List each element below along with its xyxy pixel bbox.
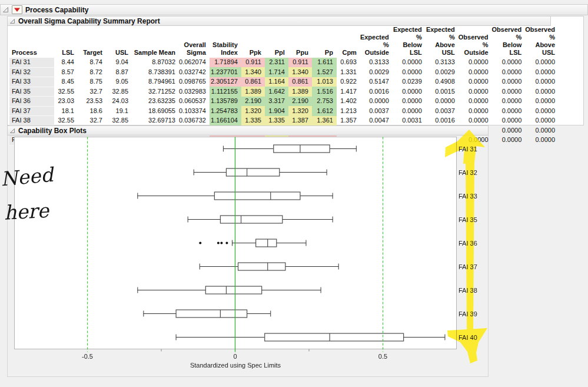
disclosure-triangle-icon[interactable] (9, 18, 15, 24)
value-cell: 1.361 (312, 116, 337, 126)
value-cell: 8.87032 (132, 58, 179, 67)
value-cell: 0.922 (337, 77, 360, 87)
value-cell: 0.0000 (492, 87, 526, 97)
column-header: Observed % Above USL (525, 26, 559, 58)
value-cell: 0.0000 (459, 87, 492, 97)
value-cell: 18.69055 (132, 106, 179, 116)
value-cell: 0.032742 (179, 67, 210, 77)
column-header: Process (9, 26, 54, 58)
value-cell: 0.0239 (393, 77, 426, 87)
table-row[interactable]: FAI 3532.5532.732.8532.712520.0329831.11… (9, 87, 559, 97)
column-header: Sample Mean (132, 26, 179, 58)
process-cell: FAI 31 (9, 58, 54, 67)
column-header: Expected % Above USL (426, 26, 459, 58)
value-cell: 0.0029 (426, 67, 459, 77)
value-cell: 32.69713 (132, 116, 179, 126)
value-cell: 0.0000 (492, 125, 526, 135)
outline-header-summary-report: Overall Sigma Capability Summary Report (7, 16, 551, 26)
value-cell: 0.0016 (426, 116, 459, 126)
value-cell: 32.7 (78, 87, 106, 97)
value-cell: 1.642 (265, 87, 288, 97)
value-cell: 0.0000 (360, 97, 393, 107)
value-cell: 2.190 (241, 97, 265, 107)
value-cell: 0.0000 (492, 77, 526, 87)
value-cell: 0.0409 (393, 135, 426, 145)
table-row[interactable]: FAI 3623.0323.5324.0323.632350.0605371.1… (9, 97, 559, 107)
value-cell: 0.699 (288, 135, 312, 145)
value-cell: 1.135789 (210, 97, 241, 107)
value-cell: 8.75 (78, 77, 106, 87)
table-row[interactable]: FAI 328.578.728.878.7383910.0327421.2377… (9, 67, 559, 77)
value-cell: 9.05 (106, 77, 132, 87)
jmp-report-window: Process Capability Overall Sigma Capabil… (0, 0, 588, 387)
value-cell: 0.088199 (179, 135, 210, 145)
column-header: Expected % Outside (360, 26, 393, 58)
red-triangle-menu-button[interactable] (12, 5, 22, 14)
value-cell: 1.213 (337, 106, 360, 116)
value-cell: 32.71252 (132, 87, 179, 97)
table-row[interactable]: FAI 338.458.759.058.7949610.0987652.3051… (9, 77, 559, 87)
value-cell: 3.24583 (210, 135, 241, 145)
red-triangle-icon (14, 7, 21, 12)
value-cell: 0.0037 (426, 106, 459, 116)
column-header: Overall Sigma (179, 26, 210, 58)
value-cell: 0.295164 (132, 135, 179, 145)
disclosure-triangle-icon[interactable] (2, 6, 9, 13)
section-title: Capability Box Plots (18, 127, 87, 135)
value-cell: 0.699 (241, 135, 265, 145)
value-cell: 3.317 (265, 97, 288, 107)
value-cell: 0.0000 (492, 58, 526, 67)
value-cell: 0.3133 (360, 58, 393, 67)
value-cell: 2.190 (288, 97, 312, 107)
column-header: Ppk (241, 26, 265, 58)
column-header: Cpm (337, 26, 360, 58)
value-cell: 0.693 (337, 58, 360, 67)
value-cell: 32.55 (54, 87, 78, 97)
table-row[interactable]: FAI 3832.5532.732.8532.697130.0367321.16… (9, 116, 559, 126)
value-cell: 8.87 (106, 67, 132, 77)
value-cell: 1.611 (312, 58, 337, 67)
value-cell: 0.3133 (426, 58, 459, 67)
value-cell: 1.527 (312, 67, 337, 77)
value-cell: 1.389 (288, 87, 312, 97)
value-cell: 0.0000 (393, 97, 426, 107)
value-cell: 1.904 (265, 106, 288, 116)
value-cell: 24.03 (106, 97, 132, 107)
table-row[interactable]: FAI 3718.118.619.118.690550.1033741.2547… (9, 106, 559, 116)
value-cell: 1.237701 (210, 67, 241, 77)
section-title: Process Capability (25, 6, 88, 14)
table-row[interactable]: FAI 4000.180.480.2951640.0881993.245830.… (9, 135, 559, 145)
value-cell: 1.331 (337, 67, 360, 77)
value-cell: 0.0000 (393, 106, 426, 116)
value-cell: 0.060537 (179, 97, 210, 107)
value-cell: 0.0000 (492, 67, 526, 77)
value-cell: 9.04 (106, 58, 132, 67)
table-header-row: ProcessLSLTargetUSLSample MeanOverall Si… (9, 26, 559, 58)
column-header: Observed % Below LSL (492, 26, 526, 58)
value-cell: 0.0016 (360, 87, 393, 97)
value-cell: 0.0000 (459, 58, 492, 67)
column-header: Ppu (288, 26, 312, 58)
value-cell: 1.612 (312, 106, 337, 116)
value-cell: 1.357 (337, 116, 360, 126)
value-cell: 0.0000 (459, 67, 492, 77)
value-cell: 0.0000 (393, 87, 426, 97)
value-cell: 1.387 (288, 116, 312, 126)
process-cell: FAI 32 (9, 67, 54, 77)
value-cell: 0.103374 (179, 106, 210, 116)
column-header: Ppl (265, 26, 288, 58)
value-cell: 18.1 (54, 106, 78, 116)
value-cell: 0.0029 (360, 67, 393, 77)
disclosure-triangle-icon[interactable] (9, 128, 15, 134)
value-cell: 8.45 (54, 77, 78, 87)
value-cell: 0.0000 (459, 106, 492, 116)
value-cell: 0.4908 (426, 77, 459, 87)
value-cell: 1.389 (241, 87, 265, 97)
value-cell: 0.907 (312, 135, 337, 145)
value-cell: 1.166104 (210, 116, 241, 126)
value-cell: 0.0000 (525, 97, 559, 107)
value-cell: 0 (54, 135, 78, 145)
table-row[interactable]: FAI 318.448.749.048.870320.0620741.71894… (9, 58, 559, 67)
value-cell: 0.0047 (360, 116, 393, 126)
value-cell: 1.112155 (210, 87, 241, 97)
